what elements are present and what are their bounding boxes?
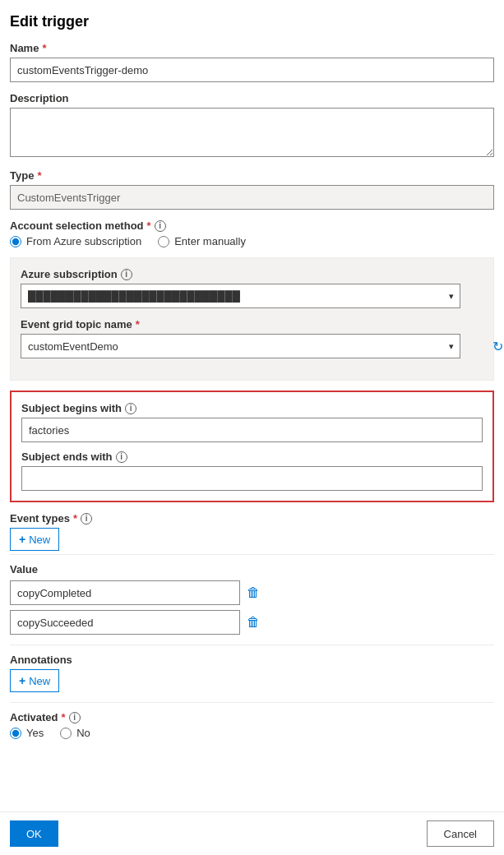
annotations-label: Annotations — [10, 654, 494, 666]
event-types-label: Event types * i — [10, 512, 494, 525]
subject-begins-input[interactable] — [21, 418, 483, 442]
annotations-divider — [10, 645, 494, 645]
activated-label: Activated * i — [10, 711, 494, 723]
radio-manual-text: Enter manually — [174, 235, 246, 247]
event-value-input-1[interactable] — [10, 580, 240, 605]
annotations-section: Annotations + New — [10, 654, 494, 692]
event-grid-refresh-icon[interactable]: ↻ — [492, 339, 503, 354]
description-field-group: Description — [10, 92, 494, 159]
radio-azure-text: From Azure subscription — [26, 235, 141, 247]
radio-no-label[interactable]: No — [60, 727, 90, 739]
event-value-row-1: 🗑 — [10, 580, 494, 605]
type-required: * — [37, 169, 41, 182]
radio-no-text: No — [76, 727, 90, 739]
azure-sub-info-icon[interactable]: i — [121, 269, 132, 280]
azure-subscription-select[interactable]: ████████████████████████████ — [21, 284, 460, 308]
azure-subscription-group: Azure subscription i ███████████████████… — [21, 268, 483, 308]
account-selection-group: Account selection method * i From Azure … — [10, 220, 494, 247]
name-field-group: Name * — [10, 42, 494, 82]
event-types-section: Event types * i + New Value 🗑 🗑 — [10, 512, 494, 635]
subject-ends-label: Subject ends with i — [21, 451, 483, 463]
radio-azure-label[interactable]: From Azure subscription — [10, 235, 141, 247]
name-required: * — [42, 42, 46, 54]
name-label: Name * — [10, 42, 494, 54]
account-radio-group: From Azure subscription Enter manually — [10, 235, 494, 247]
account-selection-label: Account selection method * i — [10, 220, 494, 232]
page-title: Edit trigger — [10, 13, 494, 30]
activated-radio-group: Yes No — [10, 727, 494, 739]
event-value-row-2: 🗑 — [10, 610, 494, 635]
footer: OK Cancel — [0, 811, 504, 855]
radio-azure-input[interactable] — [10, 236, 21, 247]
azure-section: Azure subscription i ███████████████████… — [10, 257, 494, 381]
cancel-button[interactable]: Cancel — [427, 820, 494, 847]
subject-section: Subject begins with i Subject ends with … — [10, 391, 494, 502]
event-grid-select-row: customEventDemo ▾ ↻ — [21, 334, 483, 358]
azure-subscription-select-row: ████████████████████████████ ▾ — [21, 284, 483, 308]
radio-no-input[interactable] — [60, 728, 72, 739]
subject-ends-input[interactable] — [21, 466, 483, 491]
event-grid-wrapper: customEventDemo ▾ — [21, 334, 460, 358]
event-grid-label: Event grid topic name * — [21, 318, 483, 330]
account-info-icon[interactable]: i — [155, 220, 166, 232]
event-value-input-2[interactable] — [10, 610, 240, 635]
event-types-new-button[interactable]: + New — [10, 528, 59, 551]
azure-subscription-wrapper: ████████████████████████████ ▾ — [21, 284, 460, 308]
subject-begins-group: Subject begins with i — [21, 402, 483, 442]
subject-ends-group: Subject ends with i — [21, 451, 483, 491]
type-input — [10, 185, 494, 210]
event-delete-icon-1[interactable]: 🗑 — [247, 585, 260, 600]
account-required: * — [147, 220, 151, 232]
event-grid-select[interactable]: customEventDemo — [21, 334, 460, 358]
event-grid-required: * — [136, 318, 140, 330]
event-types-required: * — [73, 512, 77, 525]
annotations-new-button[interactable]: + New — [10, 669, 59, 692]
event-grid-group: Event grid topic name * customEventDemo … — [21, 318, 483, 358]
event-types-new-label: New — [29, 534, 50, 546]
type-field-group: Type * — [10, 169, 494, 210]
annotations-new-label: New — [29, 675, 50, 687]
radio-manual-input[interactable] — [158, 236, 169, 247]
activated-divider — [10, 702, 494, 703]
radio-manual-label[interactable]: Enter manually — [158, 235, 246, 247]
activated-required: * — [62, 711, 66, 723]
annotations-plus-icon: + — [19, 674, 25, 687]
radio-yes-label[interactable]: Yes — [10, 727, 44, 739]
radio-yes-input[interactable] — [10, 728, 21, 739]
description-input[interactable] — [10, 108, 494, 157]
event-types-info-icon[interactable]: i — [81, 513, 92, 525]
event-types-plus-icon: + — [19, 533, 25, 546]
radio-yes-text: Yes — [26, 727, 44, 739]
description-label: Description — [10, 92, 494, 104]
activated-section: Activated * i Yes No — [10, 711, 494, 739]
value-column-label: Value — [10, 563, 494, 575]
subject-begins-label: Subject begins with i — [21, 402, 483, 414]
subject-ends-info-icon[interactable]: i — [116, 451, 127, 463]
subject-begins-info-icon[interactable]: i — [125, 403, 136, 414]
name-input[interactable] — [10, 58, 494, 82]
ok-button[interactable]: OK — [10, 820, 58, 847]
event-types-divider — [10, 554, 494, 555]
event-delete-icon-2[interactable]: 🗑 — [247, 615, 260, 630]
activated-info-icon[interactable]: i — [69, 712, 81, 723]
type-label: Type * — [10, 169, 494, 182]
azure-subscription-label: Azure subscription i — [21, 268, 483, 280]
